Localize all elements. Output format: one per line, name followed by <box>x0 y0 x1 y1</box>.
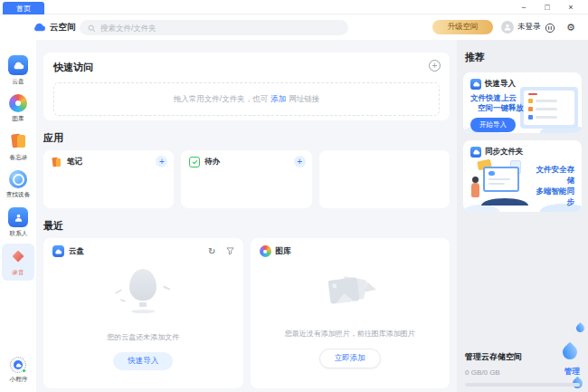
sidebar-label: 云盘 <box>12 77 24 86</box>
manage-storage-link[interactable]: 管理 <box>564 367 580 378</box>
cloud-drive-mini-icon <box>52 245 64 257</box>
mini-program-icon <box>10 357 26 373</box>
recent-cloud-label: 云盘 <box>69 246 84 257</box>
gallery-mini-icon <box>260 245 271 257</box>
cloud-logo-icon <box>33 23 46 33</box>
add-url-link[interactable]: 添加 <box>270 94 286 105</box>
recent-gallery-label: 图库 <box>276 246 291 257</box>
minimize-icon[interactable]: − <box>512 0 536 14</box>
add-todo-button[interactable]: + <box>294 156 306 167</box>
sync-banner-card[interactable]: 同步文件夹 文件安全存储 多端智能同步 立即开启 <box>463 140 582 212</box>
sidebar-item-cloud-drive[interactable]: 云盘 <box>2 53 34 90</box>
cloud-drive-icon <box>8 55 28 75</box>
storage-usage: 0 GB/0 GB <box>465 368 500 377</box>
storage-title: 管理云存储空间 <box>465 351 580 363</box>
dropzone-hint-suffix: 网址链接 <box>289 94 319 105</box>
memo-icon <box>8 131 28 151</box>
sidebar-label: 查找设备 <box>6 190 31 199</box>
sidebar-item-mini-program[interactable]: 小程序 <box>2 354 34 387</box>
sync-banner-icon <box>470 147 481 158</box>
sidebar-label: 备忘录 <box>9 153 27 162</box>
refresh-icon[interactable]: ↻ <box>208 247 215 256</box>
sidebar-item-find-device[interactable]: 查找设备 <box>2 167 34 203</box>
add-now-button[interactable]: 立即添加 <box>319 349 381 368</box>
sidebar-label: 小程序 <box>9 375 27 384</box>
app-card-empty[interactable] <box>319 150 450 208</box>
tab-home[interactable]: 首页 <box>3 2 44 14</box>
quick-access-title: 快速访问 <box>53 61 440 74</box>
sidebar-item-contacts[interactable]: 联系人 <box>2 205 34 242</box>
service-center-icon[interactable] <box>545 21 555 37</box>
recent-card-cloud-drive: 云盘 ↻ 您的云盘还未添加文件 快速导入 <box>43 238 243 388</box>
sidebar-item-memo[interactable]: 备忘录 <box>2 129 34 166</box>
start-import-button[interactable]: 开始导入 <box>470 118 516 132</box>
app-name: 云空间 <box>50 22 76 33</box>
water-drop-icon <box>574 322 586 334</box>
quick-import-button[interactable]: 快速导入 <box>113 352 173 370</box>
apps-row: 笔记 + 待办 + <box>43 150 450 208</box>
storage-section: 管理云存储空间 0 GB/0 GB 管理 <box>465 351 580 387</box>
find-device-icon <box>9 170 27 188</box>
sidebar: 云盘 图库 备忘录 查找设备 联系人 录音 <box>0 40 36 392</box>
cloud-empty-text: 您的云盘还未添加文件 <box>107 332 179 342</box>
apps-section-title: 应用 <box>43 131 450 145</box>
todo-icon <box>189 157 200 167</box>
sync-banner-line1: 文件安全存储 <box>530 164 574 186</box>
recommend-title: 推荐 <box>465 51 582 64</box>
avatar-icon <box>501 21 514 33</box>
main-content: 快速访问 + 拖入常用文件/文件夹，也可 添加 网址链接 应用 笔记 + 待办 <box>36 40 457 392</box>
settings-icon[interactable]: ⚙ <box>566 21 575 33</box>
search-icon <box>88 20 96 36</box>
login-button[interactable]: 未登录 <box>501 21 541 33</box>
notes-icon <box>52 157 62 167</box>
recommend-panel: 推荐 快速导入 文件快速上云 空间一键释放 开始导入 <box>457 40 588 392</box>
photo-illustration <box>318 271 382 321</box>
close-icon[interactable]: × <box>559 0 583 14</box>
sidebar-label: 联系人 <box>9 229 27 238</box>
sidebar-item-recorder[interactable]: 录音 <box>2 244 34 281</box>
todo-label: 待办 <box>204 157 220 167</box>
contacts-icon <box>8 207 28 227</box>
upgrade-space-button[interactable]: 升级空间 <box>432 20 493 34</box>
dropzone-hint: 拖入常用文件/文件夹，也可 <box>174 94 268 105</box>
login-label: 未登录 <box>517 22 541 33</box>
app-window: 首页 − □ × 云空间 升级空间 未登录 <box>0 0 588 392</box>
app-card-notes[interactable]: 笔记 + <box>43 150 174 208</box>
storage-progress-bar <box>465 383 580 387</box>
app-card-todo[interactable]: 待办 + <box>181 150 311 208</box>
gallery-empty-text: 您最近没有添加照片，前往图库添加图片 <box>285 329 415 339</box>
balloon-illustration <box>111 269 175 325</box>
sync-banner-title: 同步文件夹 <box>485 147 524 158</box>
sync-illustration <box>470 160 530 206</box>
quick-access-add-icon[interactable]: + <box>429 60 441 72</box>
search-input[interactable] <box>100 24 340 33</box>
sidebar-item-gallery[interactable]: 图库 <box>2 91 34 127</box>
sidebar-label: 图库 <box>12 114 24 123</box>
recent-section-title: 最近 <box>43 219 450 233</box>
window-controls: − □ × <box>512 0 583 14</box>
app-logo: 云空间 <box>33 22 76 33</box>
import-banner-card[interactable]: 快速导入 文件快速上云 空间一键释放 开始导入 <box>463 72 582 133</box>
quick-access-dropzone[interactable]: 拖入常用文件/文件夹，也可 添加 网址链接 <box>53 82 440 116</box>
search-box[interactable] <box>80 20 348 35</box>
tab-home-label: 首页 <box>16 4 31 14</box>
sidebar-label: 录音 <box>12 268 24 277</box>
import-banner-title: 快速导入 <box>485 79 516 90</box>
recent-card-gallery: 图库 您最近没有添加照片，前往图库添加图片 立即添加 <box>251 238 450 388</box>
import-banner-line2: 空间一键释放 <box>470 103 574 113</box>
sync-banner-line2: 多端智能同步 <box>530 186 574 207</box>
gallery-icon <box>9 94 27 112</box>
recorder-icon <box>8 246 28 266</box>
titlebar: 首页 − □ × <box>0 0 588 14</box>
notes-label: 笔记 <box>67 157 82 167</box>
quick-access-card: 快速访问 + 拖入常用文件/文件夹，也可 添加 网址链接 <box>43 53 450 120</box>
add-note-button[interactable]: + <box>156 156 167 167</box>
maximize-icon[interactable]: □ <box>536 0 559 14</box>
import-banner-line1: 文件快速上云 <box>470 93 574 103</box>
import-banner-icon <box>470 79 481 90</box>
header: 云空间 升级空间 未登录 ⚙ <box>0 15 588 40</box>
filter-icon[interactable] <box>226 247 234 255</box>
recent-row: 云盘 ↻ 您的云盘还未添加文件 快速导入 <box>43 238 450 388</box>
